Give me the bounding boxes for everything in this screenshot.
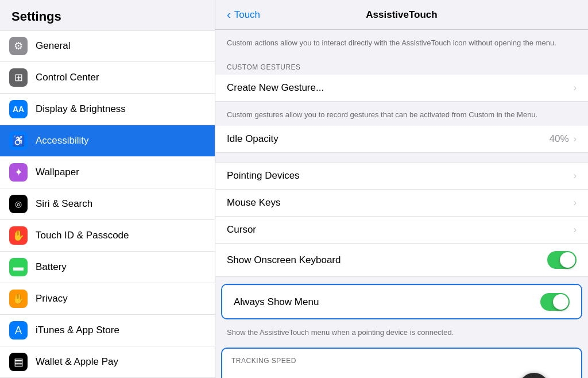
cursor-label: Cursor xyxy=(227,224,256,236)
mouse-keys-right: › xyxy=(574,198,577,208)
sidebar-title: Settings xyxy=(0,0,215,30)
always-show-row[interactable]: Always Show Menu xyxy=(222,285,581,318)
gesture-description: Custom gestures allow you to record gest… xyxy=(215,102,588,126)
cursor-row[interactable]: Cursor › xyxy=(215,217,588,244)
tracking-speed-section: TRACKING SPEED 🐢 xyxy=(221,348,582,378)
always-show-toggle-knob xyxy=(553,294,568,310)
main-content: ‹ Touch AssistiveTouch Custom actions al… xyxy=(215,0,588,378)
main-header: ‹ Touch AssistiveTouch xyxy=(215,0,588,30)
tracking-speed-label: TRACKING SPEED xyxy=(231,357,572,365)
idle-opacity-chevron-icon: › xyxy=(574,134,577,144)
back-chevron-icon: ‹ xyxy=(227,8,231,21)
sidebar-item-label-privacy: Privacy xyxy=(36,293,68,304)
app-container: Settings ⚙General⊞Control CenterAADispla… xyxy=(0,0,588,378)
sidebar-item-label-general: General xyxy=(36,40,70,52)
sidebar-item-label-touchid: Touch ID & Passcode xyxy=(36,230,129,241)
sidebar-item-label-wallpaper: Wallpaper xyxy=(36,167,79,178)
sidebar-item-battery[interactable]: ▬Battery xyxy=(0,252,215,283)
create-gesture-row[interactable]: Create New Gesture... › xyxy=(215,75,588,102)
mouse-keys-row[interactable]: Mouse Keys › xyxy=(215,190,588,217)
wallpaper-icon: ✦ xyxy=(9,163,28,182)
idle-opacity-right: 40% › xyxy=(550,133,577,145)
idle-opacity-value: 40% xyxy=(550,133,569,145)
custom-gestures-label: CUSTOM GESTURES xyxy=(215,54,588,75)
spacer-1 xyxy=(215,153,588,162)
pointing-rows-group: Pointing Devices › Mouse Keys › Cursor › xyxy=(215,162,588,277)
page-title: AssistiveTouch xyxy=(366,9,437,21)
sidebar-item-general[interactable]: ⚙General xyxy=(0,30,215,62)
pointing-devices-right: › xyxy=(574,171,577,181)
always-show-description: Show the AssistiveTouch menu when a poin… xyxy=(215,323,588,344)
show-keyboard-toggle-knob xyxy=(560,252,575,268)
privacy-icon: ✋ xyxy=(9,290,28,308)
sidebar-item-wallpaper[interactable]: ✦Wallpaper xyxy=(0,157,215,188)
siri-icon: ◎ xyxy=(9,195,28,213)
large-knob[interactable] xyxy=(519,373,550,378)
sidebar-item-itunes[interactable]: AiTunes & App Store xyxy=(0,315,215,346)
cursor-right: › xyxy=(574,225,577,235)
general-icon: ⚙ xyxy=(9,37,28,55)
wallet-icon: ▤ xyxy=(9,353,28,371)
show-keyboard-label: Show Onscreen Keyboard xyxy=(227,254,341,266)
display-icon: AA xyxy=(9,100,28,118)
top-description: Custom actions allow you to interact dir… xyxy=(215,30,588,54)
mouse-keys-label: Mouse Keys xyxy=(227,197,281,209)
itunes-icon: A xyxy=(9,321,28,340)
pointing-devices-chevron-icon: › xyxy=(574,171,577,181)
sidebar-item-label-accessibility: Accessibility xyxy=(36,135,89,146)
idle-opacity-row[interactable]: Idle Opacity 40% › xyxy=(215,126,588,153)
sidebar-item-touchid[interactable]: ✋Touch ID & Passcode xyxy=(0,220,215,252)
back-label: Touch xyxy=(234,9,260,21)
sidebar-item-label-display: Display & Brightness xyxy=(36,103,126,115)
mouse-keys-chevron-icon: › xyxy=(574,198,577,208)
create-gesture-right: › xyxy=(574,83,577,93)
tracking-slider-row: 🐢 🐇 xyxy=(231,373,572,378)
sidebar-item-display[interactable]: AADisplay & Brightness xyxy=(0,94,215,125)
always-show-toggle[interactable] xyxy=(540,293,570,311)
show-keyboard-toggle[interactable] xyxy=(547,251,577,269)
sidebar: Settings ⚙General⊞Control CenterAADispla… xyxy=(0,0,215,378)
sidebar-item-label-control-center: Control Center xyxy=(36,72,99,83)
spacer-2 xyxy=(215,277,588,280)
sidebar-item-privacy[interactable]: ✋Privacy xyxy=(0,283,215,315)
battery-icon: ▬ xyxy=(9,258,28,276)
sidebar-items-list: ⚙General⊞Control CenterAADisplay & Brigh… xyxy=(0,30,215,378)
sidebar-item-label-wallet: Wallet & Apple Pay xyxy=(36,356,118,368)
pointing-devices-row[interactable]: Pointing Devices › xyxy=(215,162,588,190)
control-center-icon: ⊞ xyxy=(9,68,28,87)
sidebar-item-wallet[interactable]: ▤Wallet & Apple Pay xyxy=(0,346,215,378)
show-keyboard-row[interactable]: Show Onscreen Keyboard xyxy=(215,244,588,277)
accessibility-icon: ♿ xyxy=(9,132,28,150)
sidebar-item-label-itunes: iTunes & App Store xyxy=(36,325,119,336)
touchid-icon: ✋ xyxy=(9,226,28,245)
sidebar-item-accessibility[interactable]: ♿Accessibility xyxy=(0,125,215,157)
create-gesture-chevron-icon: › xyxy=(574,83,577,93)
sidebar-item-control-center[interactable]: ⊞Control Center xyxy=(0,62,215,94)
always-show-section: Always Show Menu xyxy=(221,284,582,319)
sidebar-item-label-siri: Siri & Search xyxy=(36,198,92,210)
content-body: Custom actions allow you to interact dir… xyxy=(215,30,588,378)
sidebar-item-label-battery: Battery xyxy=(36,261,67,273)
sidebar-item-siri[interactable]: ◎Siri & Search xyxy=(0,188,215,220)
cursor-chevron-icon: › xyxy=(574,225,577,235)
idle-opacity-label: Idle Opacity xyxy=(227,133,278,145)
pointing-devices-label: Pointing Devices xyxy=(227,170,300,182)
create-gesture-label: Create New Gesture... xyxy=(227,82,324,94)
back-button[interactable]: ‹ Touch xyxy=(227,8,260,21)
always-show-label: Always Show Menu xyxy=(234,296,319,308)
